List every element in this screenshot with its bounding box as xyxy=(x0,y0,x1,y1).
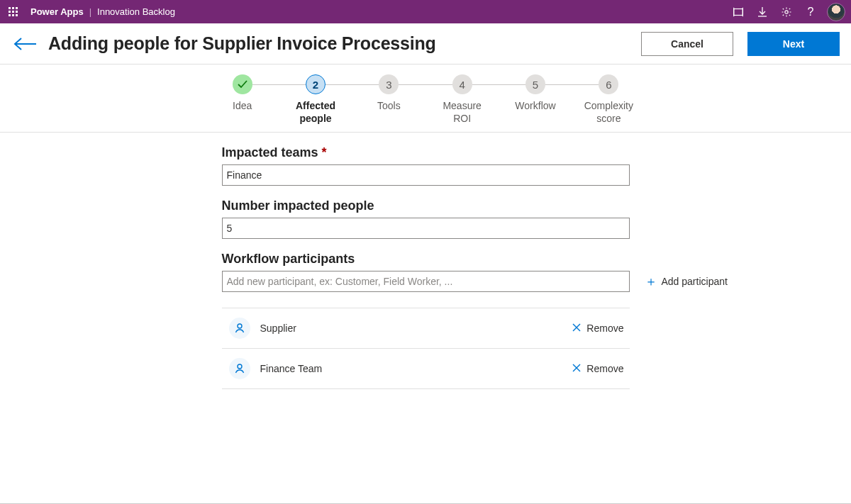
participant-row: Finance Team Remove xyxy=(222,349,630,389)
download-icon[interactable] xyxy=(750,0,774,23)
form: Impacted teams * Number impacted people … xyxy=(222,145,630,389)
suite-bar: Power Apps | Innovation Backlog ? xyxy=(0,0,851,23)
step-number: 4 xyxy=(452,74,472,94)
svg-rect-0 xyxy=(734,9,743,15)
page-title: Adding people for Supplier Invoice Proce… xyxy=(48,33,641,54)
svg-point-5 xyxy=(785,10,788,13)
step-label: MeasureROI xyxy=(443,100,481,125)
command-bar: Adding people for Supplier Invoice Proce… xyxy=(0,23,851,65)
close-icon xyxy=(572,363,581,374)
next-button[interactable]: Next xyxy=(747,32,840,56)
separator: | xyxy=(89,6,91,17)
field-workflow-participants: Workflow participants ＋ Add participant xyxy=(222,252,630,292)
step-number: 2 xyxy=(306,74,326,94)
step-label: Idea xyxy=(233,100,252,113)
step-number: 5 xyxy=(525,74,545,94)
settings-icon[interactable] xyxy=(774,0,799,23)
step-tools[interactable]: 3 Tools xyxy=(352,74,425,113)
step-label: Complexityscore xyxy=(584,100,633,125)
step-label: Tools xyxy=(377,100,401,113)
participant-name: Supplier xyxy=(260,323,573,334)
back-button[interactable] xyxy=(11,30,40,58)
number-people-input[interactable] xyxy=(222,218,630,239)
participant-row: Supplier Remove xyxy=(222,308,630,349)
remove-participant-button[interactable]: Remove xyxy=(572,323,629,334)
step-idea[interactable]: Idea xyxy=(206,74,279,113)
user-avatar[interactable] xyxy=(827,3,845,21)
step-complexity[interactable]: 6 Complexityscore xyxy=(572,74,645,125)
participants-input[interactable] xyxy=(222,271,630,292)
number-people-label: Number impacted people xyxy=(222,198,630,213)
svg-point-10 xyxy=(238,364,242,369)
plus-icon: ＋ xyxy=(645,275,657,288)
step-label: Affectedpeople xyxy=(296,100,335,125)
step-affected-people[interactable]: 2 Affectedpeople xyxy=(279,74,352,125)
participant-name: Finance Team xyxy=(260,363,573,374)
stepper: Idea 2 Affectedpeople 3 Tools 4 MeasureR… xyxy=(206,74,645,125)
step-measure-roi[interactable]: 4 MeasureROI xyxy=(425,74,499,125)
checkmark-icon xyxy=(237,79,248,89)
app-name: Innovation Backlog xyxy=(97,6,175,17)
required-mark: * xyxy=(322,145,327,159)
remove-label: Remove xyxy=(586,323,623,334)
step-label: Workflow xyxy=(515,100,555,113)
add-participant-button[interactable]: ＋ Add participant xyxy=(645,271,728,292)
step-number: 6 xyxy=(599,74,618,94)
svg-point-7 xyxy=(238,324,242,328)
help-icon[interactable]: ? xyxy=(799,0,823,23)
remove-label: Remove xyxy=(586,363,623,374)
product-name: Power Apps xyxy=(30,6,84,17)
impacted-teams-label: Impacted teams * xyxy=(222,145,630,160)
cancel-button[interactable]: Cancel xyxy=(641,32,733,56)
step-workflow[interactable]: 5 Workflow xyxy=(499,74,572,113)
field-number-people: Number impacted people xyxy=(222,198,630,239)
participants-label: Workflow participants xyxy=(222,252,630,267)
fit-icon[interactable] xyxy=(726,0,750,23)
step-number: 3 xyxy=(379,74,399,94)
person-icon xyxy=(229,358,250,379)
impacted-teams-input[interactable] xyxy=(222,164,630,186)
close-icon xyxy=(572,323,581,334)
app-launcher-icon[interactable] xyxy=(9,7,18,16)
remove-participant-button[interactable]: Remove xyxy=(572,363,629,374)
field-impacted-teams: Impacted teams * xyxy=(222,145,630,186)
person-icon xyxy=(229,318,250,339)
stepper-panel: Idea 2 Affectedpeople 3 Tools 4 MeasureR… xyxy=(0,65,851,133)
add-participant-label: Add participant xyxy=(662,276,728,287)
participants-list: Supplier Remove Finance Team Remove xyxy=(222,308,630,389)
